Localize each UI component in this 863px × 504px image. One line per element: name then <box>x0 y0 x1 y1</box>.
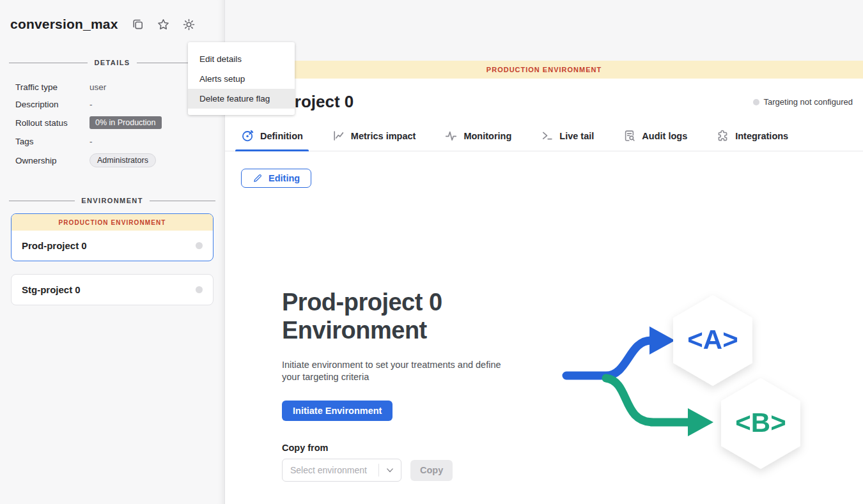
environment-status-dot <box>196 242 203 249</box>
chevron-down-icon <box>379 466 401 475</box>
production-environment-banner-text: PRODUCTION ENVIRONMENT <box>486 66 602 73</box>
targeting-status-dot <box>753 99 759 105</box>
menu-item-edit-details[interactable]: Edit details <box>188 49 295 69</box>
divider-line <box>150 201 215 201</box>
pencil-icon <box>253 173 263 183</box>
environment-section: ENVIRONMENT PRODUCTION ENVIRONMENT Prod-… <box>0 197 224 305</box>
green-arrowhead <box>688 408 713 436</box>
blue-arrowhead <box>649 326 675 355</box>
tab-bar: Definition Metrics impact Monitoring <box>225 129 863 151</box>
title-row: Prod-project 0 Targeting not configured <box>225 79 863 112</box>
green-branch-path <box>606 378 689 422</box>
variant-a-label: <A> <box>687 325 738 355</box>
detail-row-description: Description - <box>15 99 214 109</box>
environment-name: Prod-project 0 <box>22 240 87 251</box>
editing-button[interactable]: Editing <box>241 169 311 188</box>
divider-line <box>9 201 75 201</box>
divider-line <box>9 63 88 63</box>
tab-audit-logs[interactable]: Audit logs <box>623 129 687 151</box>
audit-logs-icon <box>623 129 636 142</box>
main-area: PRODUCTION ENVIRONMENT Prod-project 0 Ta… <box>225 0 863 504</box>
editing-button-label: Editing <box>268 173 300 183</box>
main-body: Prod-project 0 Targeting not configured … <box>225 79 863 504</box>
rollout-status-badge: 0% in Production <box>89 116 162 129</box>
page: conversion_max DETAILS <box>0 0 863 504</box>
gear-icon[interactable] <box>182 18 196 31</box>
environment-card-body: Prod-project 0 <box>12 231 213 261</box>
environment-name: Stg-project 0 <box>22 284 81 295</box>
live-tail-terminal-icon <box>540 129 554 142</box>
tab-label: Live tail <box>559 131 594 141</box>
detail-row-ownership: Ownership Administrators <box>15 153 214 167</box>
monitoring-pulse-icon <box>444 129 458 142</box>
detail-label: Traffic type <box>15 82 89 92</box>
environment-section-header: ENVIRONMENT <box>0 197 224 204</box>
detail-label: Ownership <box>15 156 89 165</box>
ab-split-illustration: <A> <B> <box>550 281 850 485</box>
definition-target-icon <box>241 129 254 142</box>
detail-value: user <box>89 82 106 92</box>
tab-label: Audit logs <box>642 131 687 141</box>
tab-label: Metrics impact <box>351 131 416 141</box>
production-environment-ribbon: PRODUCTION ENVIRONMENT <box>12 214 213 231</box>
blue-branch-path <box>566 340 652 376</box>
detail-label: Rollout status <box>15 118 89 128</box>
metrics-chart-icon <box>332 129 345 142</box>
tab-metrics-impact[interactable]: Metrics impact <box>332 129 416 151</box>
environment-card-body: Stg-project 0 <box>12 275 213 305</box>
hexagon-b: <B> <box>721 378 800 469</box>
environment-heading: ENVIRONMENT <box>81 197 143 204</box>
top-spacer <box>225 0 863 61</box>
tab-definition[interactable]: Definition <box>241 129 303 151</box>
copy-icon[interactable] <box>131 18 144 31</box>
tab-integrations[interactable]: Integrations <box>716 129 788 151</box>
star-icon[interactable] <box>157 18 170 31</box>
ownership-pill[interactable]: Administrators <box>89 153 156 167</box>
detail-value: - <box>89 137 93 146</box>
menu-item-delete-feature-flag[interactable]: Delete feature flag <box>188 89 295 109</box>
detail-value: - <box>89 100 93 109</box>
settings-dropdown-menu: Edit details Alerts setup Delete feature… <box>188 42 295 115</box>
detail-label: Description <box>15 100 89 109</box>
targeting-status: Targeting not configured <box>753 97 853 107</box>
empty-state-heading: Prod-project 0 Environment <box>282 288 525 344</box>
detail-row-rollout-status: Rollout status 0% in Production <box>15 116 214 129</box>
variant-b-label: <B> <box>735 408 786 438</box>
hexagon-a: <A> <box>673 295 752 386</box>
detail-label: Tags <box>15 137 89 146</box>
targeting-status-label: Targeting not configured <box>764 97 853 107</box>
tab-label: Definition <box>260 131 303 141</box>
copy-from-label: Copy from <box>282 443 538 453</box>
environment-card-stg[interactable]: Stg-project 0 <box>11 274 214 305</box>
copy-button[interactable]: Copy <box>410 460 453 481</box>
details-heading: DETAILS <box>94 59 130 66</box>
environment-card-prod[interactable]: PRODUCTION ENVIRONMENT Prod-project 0 <box>11 213 214 261</box>
flag-actions <box>131 18 196 31</box>
integrations-puzzle-icon <box>716 129 729 142</box>
flag-name: conversion_max <box>10 17 118 32</box>
detail-row-traffic-type: Traffic type user <box>15 82 214 92</box>
environment-select-placeholder: Select environment <box>283 465 378 475</box>
empty-state-description: Initiate environment to set your treatme… <box>282 359 520 383</box>
tab-label: Integrations <box>735 131 788 141</box>
tab-label: Monitoring <box>463 131 511 141</box>
copy-from-row: Select environment Copy <box>282 459 538 482</box>
tab-monitoring[interactable]: Monitoring <box>444 129 511 151</box>
environment-status-dot <box>196 286 203 293</box>
production-environment-banner: PRODUCTION ENVIRONMENT <box>225 61 863 79</box>
tab-live-tail[interactable]: Live tail <box>540 129 594 151</box>
environment-select[interactable]: Select environment <box>282 459 401 482</box>
menu-item-alerts-setup[interactable]: Alerts setup <box>188 69 295 89</box>
environment-empty-state: Prod-project 0 Environment Initiate envi… <box>282 288 538 482</box>
detail-row-tags: Tags - <box>15 136 214 146</box>
initiate-environment-button[interactable]: Initiate Environment <box>282 401 393 421</box>
flag-header: conversion_max <box>0 0 224 32</box>
